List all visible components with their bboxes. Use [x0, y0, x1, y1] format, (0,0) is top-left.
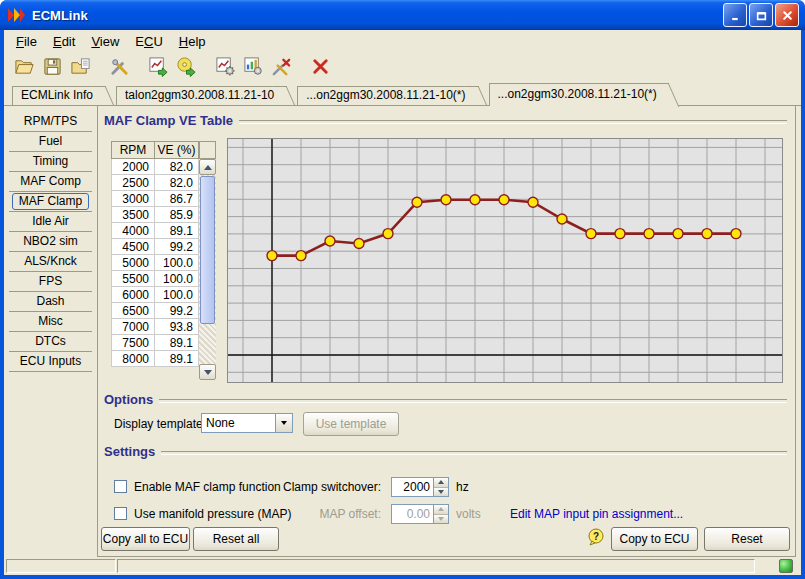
ve-cell[interactable]: 99.2 [155, 239, 199, 255]
tab-label: ...on2ggm30.2008.11.21-10(*) [306, 88, 465, 102]
rpm-cell[interactable]: 8000 [112, 351, 155, 367]
rpm-cell[interactable]: 3500 [112, 207, 155, 223]
table-row: 200082.0 [112, 159, 199, 175]
copy-to-ecu-button[interactable]: Copy to ECU [611, 527, 698, 551]
status-cell [117, 559, 755, 573]
display-template-select[interactable]: None [201, 413, 293, 433]
red-x-icon[interactable] [307, 53, 333, 79]
tools-icon[interactable] [106, 53, 132, 79]
menu-file[interactable]: File [8, 32, 45, 51]
rpm-cell[interactable]: 2500 [112, 175, 155, 191]
tab-ecmlink-info[interactable]: ECMLink Info [12, 86, 103, 105]
open-folder-icon[interactable] [11, 53, 37, 79]
tab-on2ggm30-2008-11-21-10[interactable]: ...on2ggm30.2008.11.21-10(*) [489, 83, 667, 106]
rpm-cell[interactable]: 6500 [112, 303, 155, 319]
rpm-cell[interactable]: 4500 [112, 239, 155, 255]
ve-chart[interactable] [228, 139, 782, 382]
enable-maf-clamp-checkbox[interactable] [114, 480, 127, 493]
clamp-switchover-input[interactable] [392, 478, 433, 496]
ve-cell[interactable]: 86.7 [155, 191, 199, 207]
minimize-button[interactable] [723, 3, 747, 27]
sidebar-item-label: Fuel [32, 133, 69, 150]
tab-on2ggm30-2008-11-21-10[interactable]: ...on2ggm30.2008.11.21-10(*) [297, 86, 475, 105]
spin-down-button[interactable] [434, 488, 448, 497]
sidebar-item-nbo2-sim[interactable]: NBO2 sim [9, 232, 92, 252]
use-template-button[interactable]: Use template [303, 412, 399, 436]
table-scrollbar[interactable] [199, 159, 216, 380]
sidebar-item-dtcs[interactable]: DTCs [9, 332, 92, 352]
scrollbar-thumb[interactable] [200, 176, 215, 324]
table-row: 250082.0 [112, 175, 199, 191]
sidebar-item-als-knck[interactable]: ALS/Knck [9, 252, 92, 272]
save-icon[interactable] [39, 53, 65, 79]
rpm-cell[interactable]: 7000 [112, 319, 155, 335]
ve-cell[interactable]: 100.0 [155, 271, 199, 287]
chart-gear-blue-icon[interactable] [240, 53, 266, 79]
ve-cell[interactable]: 100.0 [155, 287, 199, 303]
rpm-cell[interactable]: 5500 [112, 271, 155, 287]
chart-green-arrow-icon[interactable] [145, 53, 171, 79]
ve-cell[interactable]: 82.0 [155, 159, 199, 175]
map-offset-input[interactable] [392, 505, 433, 523]
help-icon[interactable]: ? [587, 528, 605, 546]
edit-map-pin-link[interactable]: Edit MAP input pin assignment... [510, 507, 683, 521]
ve-cell[interactable]: 89.1 [155, 351, 199, 367]
ve-cell[interactable]: 85.9 [155, 207, 199, 223]
copy-all-to-ecu-button[interactable]: Copy all to ECU [101, 527, 190, 551]
status-cell [6, 559, 116, 573]
folder-document-icon[interactable] [67, 53, 93, 79]
sidebar-item-maf-comp[interactable]: MAF Comp [9, 172, 92, 192]
reset-button[interactable]: Reset [704, 527, 790, 551]
use-map-checkbox[interactable] [114, 507, 127, 520]
sidebar-item-label: Timing [26, 153, 76, 170]
sidebar-item-misc[interactable]: Misc [9, 312, 92, 332]
ve-cell[interactable]: 89.1 [155, 223, 199, 239]
ve-cell[interactable]: 82.0 [155, 175, 199, 191]
ve-cell[interactable]: 89.1 [155, 335, 199, 351]
scroll-down-button[interactable] [199, 364, 216, 380]
scroll-up-button[interactable] [199, 159, 216, 175]
rpm-cell[interactable]: 6000 [112, 287, 155, 303]
rpm-cell[interactable]: 2000 [112, 159, 155, 175]
sidebar-item-maf-clamp[interactable]: MAF Clamp [9, 192, 92, 212]
tab-talon2ggm30-2008-11-21-10[interactable]: talon2ggm30.2008.11.21-10 [116, 86, 284, 105]
rpm-cell[interactable]: 3000 [112, 191, 155, 207]
main-area: RPM/TPSFuelTimingMAF CompMAF ClampIdle A… [4, 105, 801, 557]
sidebar-item-rpm-tps[interactable]: RPM/TPS [9, 112, 92, 132]
rpm-cell[interactable]: 4000 [112, 223, 155, 239]
sidebar-item-ecu-inputs[interactable]: ECU Inputs [9, 352, 92, 372]
sidebar-item-label: RPM/TPS [17, 113, 84, 130]
disc-green-arrow-icon[interactable] [173, 53, 199, 79]
rpm-cell[interactable]: 7500 [112, 335, 155, 351]
spin-up-button[interactable] [434, 478, 448, 488]
ve-cell[interactable]: 93.8 [155, 319, 199, 335]
table-row: 750089.1 [112, 335, 199, 351]
sidebar-item-idle-air[interactable]: Idle Air [9, 212, 92, 232]
ve-cell[interactable]: 99.2 [155, 303, 199, 319]
window-controls [723, 3, 799, 27]
chart-gear-icon[interactable] [212, 53, 238, 79]
sidebar-item-timing[interactable]: Timing [9, 152, 92, 172]
divider [161, 451, 787, 455]
tab-label: ECMLink Info [21, 88, 93, 102]
menu-ecu[interactable]: ECU [127, 32, 170, 51]
combo-arrow-button[interactable] [275, 414, 292, 432]
sidebar-item-label: Dash [29, 293, 71, 310]
sidebar-item-fps[interactable]: FPS [9, 272, 92, 292]
spin-up-button[interactable] [434, 505, 448, 515]
reset-all-button[interactable]: Reset all [193, 527, 279, 551]
menu-help[interactable]: Help [171, 32, 214, 51]
spin-down-button[interactable] [434, 515, 448, 524]
menu-edit[interactable]: Edit [45, 32, 83, 51]
sidebar-item-label: Misc [31, 313, 70, 330]
maximize-button[interactable] [749, 3, 773, 27]
title-bar[interactable]: ECMLink [0, 0, 805, 30]
rpm-cell[interactable]: 5000 [112, 255, 155, 271]
close-button[interactable] [775, 3, 799, 27]
menu-view[interactable]: View [83, 32, 127, 51]
sidebar-item-fuel[interactable]: Fuel [9, 132, 92, 152]
down-arrow-icon [204, 370, 212, 375]
tools-red-x-icon[interactable] [268, 53, 294, 79]
sidebar-item-dash[interactable]: Dash [9, 292, 92, 312]
ve-cell[interactable]: 100.0 [155, 255, 199, 271]
